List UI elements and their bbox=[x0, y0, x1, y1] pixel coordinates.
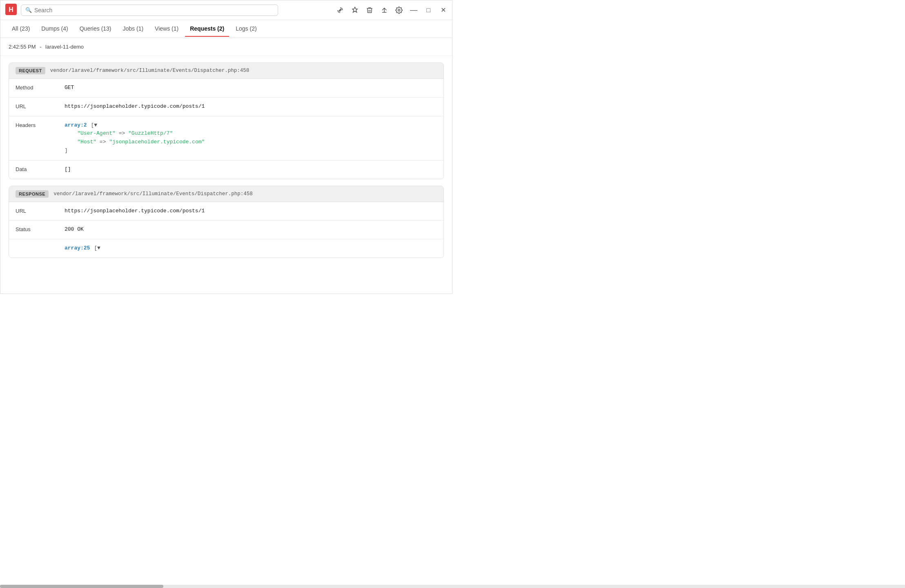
array-keyword: array:2 bbox=[65, 122, 87, 128]
tab-all[interactable]: All (23) bbox=[7, 21, 35, 37]
headers-value: array:2 [▼ "User-Agent" => "GuzzleHttp/7… bbox=[65, 121, 437, 155]
tab-logs[interactable]: Logs (2) bbox=[231, 21, 261, 37]
maximize-icon[interactable]: □ bbox=[424, 6, 432, 14]
close-icon[interactable]: ✕ bbox=[439, 6, 447, 14]
title-bar: H 🔍 bbox=[0, 0, 452, 20]
response-status-label: Status bbox=[16, 225, 65, 232]
tab-queries[interactable]: Queries (13) bbox=[75, 21, 116, 37]
title-bar-icons: — □ ✕ bbox=[336, 6, 447, 14]
headers-label: Headers bbox=[16, 121, 65, 128]
session-header: 2:42:55 PM - laravel-11-demo bbox=[0, 38, 452, 56]
method-label: Method bbox=[16, 84, 65, 91]
radio-icon[interactable] bbox=[336, 6, 344, 14]
tab-requests[interactable]: Requests (2) bbox=[185, 21, 229, 37]
response-array-keyword: array:25 bbox=[65, 245, 90, 251]
content-area: 2:42:55 PM - laravel-11-demo REQUEST ven… bbox=[0, 38, 452, 294]
request-method-row: Method GET bbox=[9, 79, 444, 98]
url-label: URL bbox=[16, 102, 65, 109]
header-key-1: "User-Agent" bbox=[77, 130, 116, 136]
response-badge: RESPONSE bbox=[16, 190, 49, 198]
array-toggle[interactable]: [▼ bbox=[91, 122, 97, 128]
request-url-row: URL https://jsonplaceholder.typicode.com… bbox=[9, 98, 444, 116]
response-array-toggle[interactable]: [▼ bbox=[94, 245, 100, 251]
svg-text:H: H bbox=[9, 6, 13, 13]
response-body-value: array:25 [▼ bbox=[65, 244, 437, 253]
request-data-row: Data [] bbox=[9, 160, 444, 179]
tab-jobs[interactable]: Jobs (1) bbox=[118, 21, 149, 37]
response-url-row: URL https://jsonplaceholder.typicode.com… bbox=[9, 202, 444, 221]
request-badge: REQUEST bbox=[16, 67, 45, 74]
pin-icon[interactable] bbox=[351, 6, 359, 14]
response-body-label bbox=[16, 244, 65, 245]
response-card: RESPONSE vendor/laravel/framework/src/Il… bbox=[9, 186, 444, 258]
tab-views[interactable]: Views (1) bbox=[150, 21, 183, 37]
minimize-icon[interactable]: — bbox=[410, 6, 418, 14]
search-box[interactable]: 🔍 bbox=[21, 4, 278, 16]
settings-icon[interactable] bbox=[395, 6, 403, 14]
push-icon[interactable] bbox=[380, 6, 388, 14]
trash-icon[interactable] bbox=[366, 6, 374, 14]
response-status-row: Status 200 OK bbox=[9, 220, 444, 239]
url-value: https://jsonplaceholder.typicode.com/pos… bbox=[65, 102, 437, 111]
tabs-bar: All (23) Dumps (4) Queries (13) Jobs (1)… bbox=[0, 20, 452, 38]
svg-point-3 bbox=[398, 9, 400, 11]
tab-dumps[interactable]: Dumps (4) bbox=[36, 21, 73, 37]
request-card-path: vendor/laravel/framework/src/Illuminate/… bbox=[50, 68, 250, 74]
svg-point-2 bbox=[340, 9, 341, 11]
request-card: REQUEST vendor/laravel/framework/src/Ill… bbox=[9, 62, 444, 179]
app-logo: H bbox=[5, 4, 17, 16]
response-url-label: URL bbox=[16, 207, 65, 214]
session-time: 2:42:55 PM bbox=[9, 44, 36, 50]
request-card-header: REQUEST vendor/laravel/framework/src/Ill… bbox=[9, 63, 444, 79]
method-value: GET bbox=[65, 84, 437, 92]
header-val-2: "jsonplaceholder.typicode.com" bbox=[109, 139, 205, 145]
header-key-2: "Host" bbox=[77, 139, 96, 145]
data-value: [] bbox=[65, 165, 437, 174]
request-headers-row: Headers array:2 [▼ "User-Agent" => "Guzz… bbox=[9, 116, 444, 160]
response-body-row: array:25 [▼ bbox=[9, 239, 444, 258]
session-separator: - bbox=[40, 44, 41, 50]
search-input[interactable] bbox=[34, 7, 274, 13]
header-val-1: "GuzzleHttp/7" bbox=[128, 130, 173, 136]
response-status-value: 200 OK bbox=[65, 225, 437, 234]
data-label: Data bbox=[16, 165, 65, 172]
session-app: laravel-11-demo bbox=[45, 44, 84, 50]
search-icon: 🔍 bbox=[25, 7, 32, 13]
response-url-value: https://jsonplaceholder.typicode.com/pos… bbox=[65, 207, 437, 216]
response-card-header: RESPONSE vendor/laravel/framework/src/Il… bbox=[9, 186, 444, 202]
response-card-path: vendor/laravel/framework/src/Illuminate/… bbox=[53, 191, 253, 197]
